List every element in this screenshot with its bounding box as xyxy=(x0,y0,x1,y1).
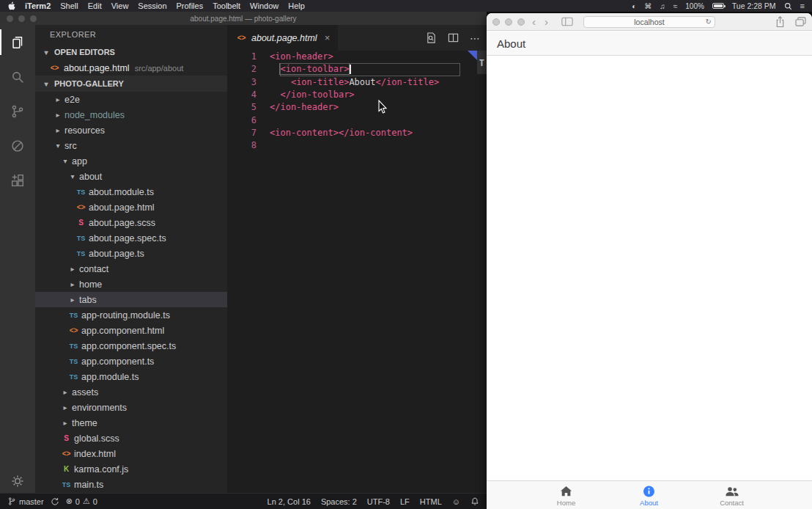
menubar-status-icon-4[interactable]: ≈ xyxy=(673,2,678,10)
tree-item[interactable]: TSabout.page.spec.ts xyxy=(35,230,227,246)
menu-item[interactable]: iTerm2 xyxy=(25,1,51,10)
statusbar-encoding[interactable]: UTF-8 xyxy=(367,497,390,506)
menu-item[interactable]: Shell xyxy=(60,1,78,10)
tree-item[interactable]: ▸contact xyxy=(35,261,227,277)
menu-item[interactable]: Toolbelt xyxy=(213,1,240,10)
activitybar-source-control[interactable] xyxy=(0,94,35,128)
tree-item[interactable]: TSabout.module.ts xyxy=(35,184,227,199)
vscode-traffic-lights xyxy=(7,15,37,22)
tree-item[interactable]: ▸environments xyxy=(35,400,227,415)
apple-menu-icon[interactable] xyxy=(7,1,15,11)
project-section[interactable]: ▾ PHOTO-GALLERY xyxy=(35,76,227,92)
tree-item[interactable]: ▸e2e xyxy=(35,92,227,107)
html-file-icon: <> xyxy=(235,34,248,42)
close-window-button[interactable] xyxy=(492,18,500,26)
statusbar-language-mode[interactable]: HTML xyxy=(420,497,442,506)
tabs-overview-icon[interactable] xyxy=(795,17,806,26)
close-tab-icon[interactable]: × xyxy=(325,32,331,43)
tree-item[interactable]: ▸resources xyxy=(35,122,227,138)
tab-home[interactable]: Home xyxy=(525,481,608,509)
menu-bar-clock[interactable]: Tue 2:28 PM xyxy=(732,1,776,10)
menu-item[interactable]: View xyxy=(111,1,129,10)
chevron-down-icon: ▾ xyxy=(41,48,51,56)
tree-item[interactable]: <>index.html xyxy=(35,446,227,461)
refresh-icon[interactable]: ↻ xyxy=(706,17,712,27)
sync-changes-button[interactable] xyxy=(51,497,59,506)
open-editors-section[interactable]: ▾ OPEN EDITORS xyxy=(35,44,227,60)
settings-gear-icon[interactable] xyxy=(10,474,25,488)
tree-item[interactable]: Kkarma.conf.js xyxy=(35,461,227,477)
zoom-window-button[interactable] xyxy=(517,18,525,26)
split-editor-icon[interactable] xyxy=(448,32,459,43)
ts-file-icon: TS xyxy=(67,373,80,381)
code-text: <ion-content></ion-content> xyxy=(256,127,413,139)
close-window-button[interactable] xyxy=(7,15,13,22)
tab-about[interactable]: About xyxy=(608,481,690,509)
code-line: 4 </ion-toolbar> xyxy=(227,89,487,101)
menubar-status-icon-3[interactable]: ♫ xyxy=(660,2,665,10)
menu-item[interactable]: Window xyxy=(250,1,278,10)
tree-item[interactable]: ▸tabs xyxy=(35,292,227,307)
window-title: about.page.html — photo-gallery xyxy=(0,15,487,23)
tree-item[interactable]: ▾src xyxy=(35,138,227,153)
battery-icon[interactable] xyxy=(712,3,724,9)
tree-item[interactable]: Sabout.page.scss xyxy=(35,215,227,230)
editor-tab-bar: <> about.page.html × ⋯ xyxy=(227,25,487,51)
activitybar-search[interactable] xyxy=(0,59,35,94)
code-area[interactable]: 1<ion-header>2 <ion-toolbar>3 <ion-title… xyxy=(227,51,487,493)
tree-item[interactable]: TSapp.component.spec.ts xyxy=(35,338,227,354)
problems-indicator[interactable]: ⊗ 0 ⚠ 0 xyxy=(66,497,97,506)
tree-item[interactable]: TSmain.ts xyxy=(35,477,227,492)
search-in-file-icon[interactable] xyxy=(426,32,437,43)
minimize-window-button[interactable] xyxy=(18,15,25,22)
menu-item[interactable]: Edit xyxy=(88,1,102,10)
back-button[interactable]: ‹ xyxy=(532,16,536,27)
tree-item[interactable]: <>app.component.html xyxy=(35,323,227,338)
activitybar-debug[interactable] xyxy=(0,128,35,163)
share-icon[interactable] xyxy=(775,16,785,28)
tree-item[interactable]: TSapp-routing.module.ts xyxy=(35,307,227,323)
git-branch-indicator[interactable]: master xyxy=(7,497,44,506)
notifications-bell-icon[interactable] xyxy=(470,497,479,506)
menubar-status-icon-2[interactable]: ⌘ xyxy=(644,2,652,10)
address-bar[interactable]: localhost ↻ xyxy=(583,16,715,28)
statusbar-eol[interactable]: LF xyxy=(400,497,410,506)
tree-item[interactable]: ▾app xyxy=(35,153,227,169)
page-title: About xyxy=(497,37,525,50)
line-number: 4 xyxy=(227,89,256,101)
code-token: </ion-toolbar> xyxy=(280,89,354,100)
notification-center-icon[interactable]: ≡ xyxy=(800,1,805,10)
tree-item[interactable]: ▸home xyxy=(35,277,227,292)
zoom-window-button[interactable] xyxy=(30,15,37,22)
tree-item-label: e2e xyxy=(64,95,80,105)
tree-item[interactable]: TSapp.module.ts xyxy=(35,369,227,384)
tree-item[interactable]: TSabout.page.ts xyxy=(35,246,227,261)
forward-button[interactable]: › xyxy=(545,16,548,27)
code-line: 2 <ion-toolbar> xyxy=(227,63,487,76)
vscode-title-bar[interactable]: about.page.html — photo-gallery xyxy=(0,12,487,25)
tab-about-page-html[interactable]: <> about.page.html × xyxy=(227,25,338,51)
more-actions-icon[interactable]: ⋯ xyxy=(470,32,481,44)
menu-item[interactable]: Profiles xyxy=(177,1,204,10)
feedback-smiley-icon[interactable]: ☺ xyxy=(452,497,460,506)
tree-item[interactable]: TSapp.component.ts xyxy=(35,354,227,369)
activitybar-extensions[interactable] xyxy=(0,163,35,197)
sidebar-icon[interactable] xyxy=(561,17,573,26)
tab-contact[interactable]: Contact xyxy=(690,481,773,509)
menu-item[interactable]: Help xyxy=(288,1,305,10)
tree-item[interactable]: ▸theme xyxy=(35,415,227,431)
menubar-status-icon-1[interactable]: ◐ xyxy=(632,2,636,10)
menu-item[interactable]: Session xyxy=(138,1,166,10)
statusbar-indentation[interactable]: Spaces: 2 xyxy=(321,497,357,506)
statusbar-cursor-position[interactable]: Ln 2, Col 16 xyxy=(267,497,311,506)
tree-item[interactable]: ▸node_modules xyxy=(35,107,227,122)
tree-item[interactable]: ▾about xyxy=(35,169,227,184)
tree-item[interactable]: ▸assets xyxy=(35,384,227,400)
spotlight-icon[interactable] xyxy=(784,2,792,10)
tree-item-label: src xyxy=(64,141,77,151)
tree-item[interactable]: <>about.page.html xyxy=(35,199,227,215)
activitybar-explorer[interactable] xyxy=(0,25,35,59)
minimize-window-button[interactable] xyxy=(505,18,512,26)
tree-item[interactable]: Sglobal.scss xyxy=(35,431,227,446)
open-editor-item[interactable]: <> about.page.html src/app/about xyxy=(35,60,227,76)
